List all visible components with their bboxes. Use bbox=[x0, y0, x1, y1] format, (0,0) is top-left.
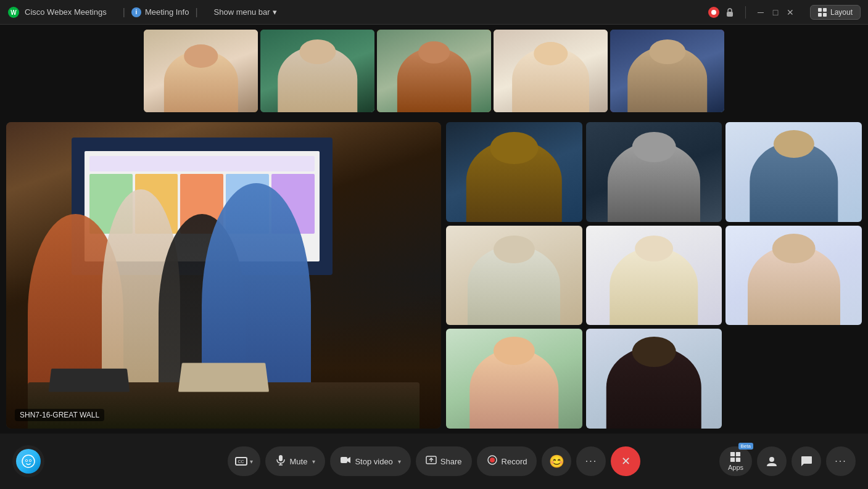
share-icon bbox=[426, 454, 437, 468]
record-button[interactable]: Record bbox=[477, 446, 537, 476]
share-label: Share bbox=[440, 457, 462, 466]
meeting-info-button[interactable]: i Meeting Info bbox=[131, 7, 189, 17]
strip-video-1[interactable] bbox=[144, 30, 258, 112]
caption-icon bbox=[235, 457, 247, 466]
svg-text:W: W bbox=[10, 9, 17, 16]
ai-bot-button[interactable] bbox=[12, 445, 44, 477]
grid-video-4[interactable] bbox=[446, 226, 582, 326]
grid-video-8[interactable] bbox=[586, 329, 722, 429]
title-bar: W Cisco Webex Meetings | i Meeting Info … bbox=[0, 0, 868, 25]
minimize-button[interactable]: ─ bbox=[756, 7, 766, 17]
strip-video-3[interactable] bbox=[377, 30, 491, 112]
svg-rect-21 bbox=[730, 458, 735, 462]
grid-video-1[interactable] bbox=[446, 122, 582, 222]
more-right-icon: ··· bbox=[835, 456, 846, 467]
apps-label: Apps bbox=[728, 464, 743, 471]
apps-icon bbox=[729, 451, 742, 462]
separator-2: | bbox=[195, 7, 197, 18]
app-icon: W bbox=[7, 6, 20, 18]
svg-point-10 bbox=[26, 460, 27, 461]
show-menu-label: Show menu bar bbox=[214, 7, 270, 17]
record-label: Record bbox=[502, 457, 527, 466]
caption-button[interactable]: ▾ bbox=[228, 446, 260, 476]
svg-rect-6 bbox=[823, 13, 827, 17]
svg-point-18 bbox=[490, 458, 495, 462]
svg-point-23 bbox=[769, 457, 774, 462]
svg-rect-19 bbox=[730, 452, 735, 456]
svg-rect-4 bbox=[823, 8, 827, 12]
mute-label: Mute bbox=[290, 457, 308, 466]
participant-grid bbox=[446, 122, 862, 429]
show-menu-chevron: ▾ bbox=[273, 7, 277, 17]
stop-video-button[interactable]: Stop video ▾ bbox=[330, 446, 410, 476]
svg-rect-15 bbox=[341, 457, 347, 463]
strip-video-4[interactable] bbox=[494, 30, 608, 112]
caption-chevron: ▾ bbox=[250, 458, 253, 465]
more-icon: ··· bbox=[585, 456, 597, 467]
end-call-button[interactable]: ✕ bbox=[611, 446, 640, 476]
main-large-video[interactable]: SHN7-16-GREAT WALL bbox=[6, 122, 441, 429]
svg-rect-5 bbox=[818, 13, 822, 17]
svg-rect-12 bbox=[279, 455, 283, 461]
window-controls: ─ □ ✕ Layout bbox=[708, 5, 861, 20]
grid-video-7[interactable] bbox=[446, 329, 582, 429]
stop-video-icon bbox=[340, 454, 351, 468]
more-right-button[interactable]: ··· bbox=[826, 446, 856, 476]
grid-video-5[interactable] bbox=[586, 226, 722, 326]
layout-label: Layout bbox=[830, 8, 853, 17]
top-strip-videos bbox=[0, 25, 868, 117]
app-name: Cisco Webex Meetings bbox=[25, 7, 107, 17]
toolbar: ▾ Mute ▾ Stop video ▾ bbox=[0, 434, 868, 489]
grid-empty bbox=[725, 329, 862, 429]
reactions-icon: 😊 bbox=[549, 454, 564, 469]
svg-point-11 bbox=[30, 460, 31, 461]
record-icon bbox=[487, 454, 498, 468]
recording-indicator bbox=[708, 7, 719, 18]
participants-button[interactable] bbox=[757, 446, 787, 476]
mute-icon bbox=[275, 454, 286, 468]
show-menu-bar-button[interactable]: Show menu bar ▾ bbox=[214, 7, 277, 17]
mute-chevron: ▾ bbox=[312, 458, 315, 465]
participants-icon bbox=[766, 455, 778, 467]
layout-section: Layout bbox=[810, 5, 861, 20]
grid-video-3[interactable] bbox=[725, 122, 862, 222]
svg-rect-20 bbox=[736, 452, 740, 456]
stop-video-chevron: ▾ bbox=[398, 458, 401, 465]
strip-video-5[interactable] bbox=[610, 30, 724, 112]
svg-point-7 bbox=[22, 455, 35, 467]
svg-rect-22 bbox=[736, 458, 740, 462]
strip-video-2[interactable] bbox=[260, 30, 374, 112]
svg-rect-2 bbox=[727, 12, 733, 17]
meeting-info-label: Meeting Info bbox=[145, 7, 189, 17]
chat-button[interactable] bbox=[792, 446, 821, 476]
more-button[interactable]: ··· bbox=[576, 446, 606, 476]
maximize-button[interactable]: □ bbox=[771, 7, 780, 17]
beta-badge: Beta bbox=[738, 443, 753, 450]
end-icon: ✕ bbox=[621, 454, 630, 468]
ai-bot-icon bbox=[16, 449, 41, 474]
main-content: SHN7-16-GREAT WALL bbox=[0, 117, 868, 434]
apps-button[interactable]: Beta Apps bbox=[719, 446, 752, 476]
layout-button[interactable]: Layout bbox=[810, 5, 861, 20]
reactions-button[interactable]: 😊 bbox=[542, 446, 571, 476]
chat-icon bbox=[800, 455, 812, 467]
close-button[interactable]: ✕ bbox=[785, 7, 795, 17]
divider bbox=[745, 6, 746, 18]
lock-icon bbox=[724, 7, 735, 18]
mute-button[interactable]: Mute ▾ bbox=[265, 446, 326, 476]
room-label: SHN7-16-GREAT WALL bbox=[15, 409, 104, 421]
meeting-info-icon: i bbox=[131, 7, 141, 17]
stop-video-label: Stop video bbox=[355, 457, 392, 466]
grid-video-6[interactable] bbox=[725, 226, 862, 326]
right-toolbar: Beta Apps ··· bbox=[719, 446, 856, 476]
share-button[interactable]: Share bbox=[416, 446, 472, 476]
separator-1: | bbox=[123, 7, 125, 18]
svg-rect-3 bbox=[818, 8, 822, 12]
grid-video-2[interactable] bbox=[586, 122, 722, 222]
